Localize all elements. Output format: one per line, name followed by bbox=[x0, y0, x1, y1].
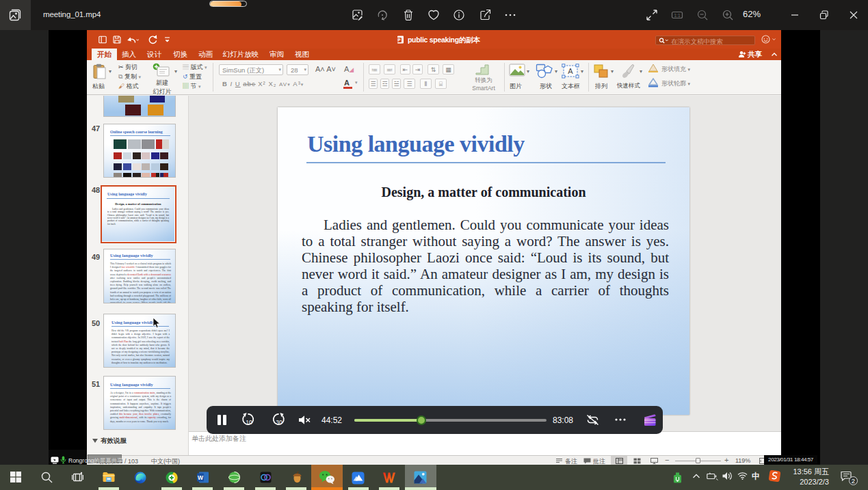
svg-text:A: A bbox=[568, 67, 573, 75]
svg-text:W: W bbox=[198, 474, 204, 481]
svg-text:1:1: 1:1 bbox=[674, 13, 681, 18]
svg-text:P: P bbox=[397, 38, 401, 42]
